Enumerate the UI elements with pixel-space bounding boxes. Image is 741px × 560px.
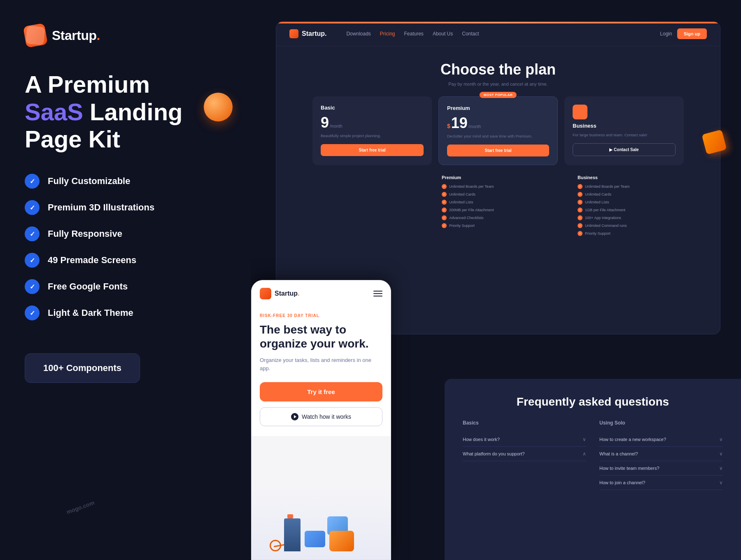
price-amount-premium: 19: [451, 114, 468, 132]
nav-link-features[interactable]: Features: [404, 31, 424, 37]
card-cta-basic[interactable]: Start free trial: [321, 144, 424, 156]
mobile-hero: RISK-FREE 30 DAY TRIAL The best way to o…: [252, 303, 391, 436]
card-cta-premium[interactable]: Start free trial: [447, 145, 549, 156]
features-col-business: Business Unlimited Boards per Team Unlim…: [578, 175, 707, 239]
feat-item: Unlimited Lists: [578, 200, 707, 205]
play-icon: [291, 413, 298, 420]
faq-item[interactable]: How to join a channel? ∨: [599, 476, 723, 490]
feat-item: 1GB per File Attachment: [578, 208, 707, 212]
mobile-trial-badge: RISK-FREE 30 DAY TRIAL: [260, 313, 382, 318]
card-tier-premium: Premium: [447, 105, 549, 111]
card-cta-business[interactable]: ▶ Contact Sale: [573, 143, 676, 156]
price-amount-basic: 9: [321, 114, 329, 131]
illustration-container: [259, 494, 383, 560]
price-period-premium: /month: [468, 124, 481, 129]
card-desc-premium: Declutter your mind and save time with P…: [447, 133, 549, 139]
faq-col-basics: Basics How does it work? ∨ What platform…: [463, 420, 586, 490]
box2-illustration: [329, 531, 354, 551]
feature-label: Fully Responsive: [48, 229, 122, 239]
feat-item: Unlimited Cards: [442, 192, 571, 197]
feature-item: Fully Responsive: [25, 226, 231, 241]
feature-label: 49 Premade Screens: [48, 255, 136, 266]
nav-signup-button[interactable]: Sign up: [677, 28, 707, 39]
faq-question: What is a channel?: [599, 451, 638, 456]
mobile-headline: The best way to organize your work.: [260, 323, 382, 350]
feature-item: 49 Premade Screens: [25, 253, 231, 268]
faq-section: Frequently asked questions Basics How do…: [445, 379, 741, 560]
faq-expand-icon: ∨: [719, 465, 723, 471]
mobile-screenshot: Startup. RISK-FREE 30 DAY TRIAL The best…: [251, 280, 391, 560]
faq-columns: Basics How does it work? ∨ What platform…: [463, 420, 723, 490]
check-icon: [25, 174, 40, 189]
feat-item: Priority Support: [442, 223, 571, 228]
mobile-logo: Startup.: [260, 288, 299, 299]
nav-link-downloads[interactable]: Downloads: [346, 31, 370, 37]
pricing-title: Choose the plan: [276, 61, 720, 78]
nav-link-pricing[interactable]: Pricing: [380, 31, 395, 37]
orange-cube-decoration: [700, 128, 729, 156]
mobile-logo-dot: .: [298, 290, 299, 297]
faq-question: How to invite team members?: [599, 466, 659, 471]
feature-item: Fully Customizable: [25, 174, 231, 189]
faq-col-title-basics: Basics: [463, 420, 586, 426]
brand-name: Startup.: [52, 28, 100, 43]
feat-item: Priority Support: [578, 231, 707, 236]
feature-item: Light & Dark Theme: [25, 306, 231, 320]
features-comparison: Premium Unlimited Boards per Team Unlimi…: [276, 165, 720, 239]
hamburger-menu[interactable]: [373, 291, 382, 296]
box1-illustration: [305, 531, 325, 547]
mobile-try-button[interactable]: Try it free: [260, 382, 382, 401]
mobile-illustration: [252, 485, 391, 560]
faq-item[interactable]: What platform do you support? ∧: [463, 447, 586, 461]
components-button[interactable]: 100+ Components: [25, 353, 140, 383]
faq-item[interactable]: What is a channel? ∨: [599, 447, 723, 461]
logo-icon-layer: [26, 26, 45, 45]
mobile-logo-text: Startup.: [275, 290, 299, 297]
left-panel: Startup. A Premium SaaS Landing Page Kit…: [0, 0, 255, 560]
mobile-logo-icon: [260, 288, 271, 299]
pricing-cards: Basic 9 /month Beautifully simple projec…: [276, 96, 720, 165]
feat-col-title-premium: Premium: [442, 175, 571, 180]
feature-label: Premium 3D Illustrations: [48, 202, 154, 213]
desktop-nav: Startup. Downloads Pricing Features Abou…: [276, 22, 720, 46]
headline-text: A Premium SaaS Landing Page Kit: [25, 71, 231, 153]
nav-link-contact[interactable]: Contact: [462, 31, 479, 37]
desktop-nav-links: Downloads Pricing Features About Us Cont…: [346, 31, 648, 37]
mobile-subtext: Organize your tasks, lists and reminders…: [260, 356, 382, 372]
feat-item: Advanced Checklists: [442, 215, 571, 220]
feature-label: Light & Dark Theme: [48, 308, 133, 318]
check-icon: [25, 253, 40, 268]
saas-highlight: SaaS: [25, 98, 83, 125]
pricing-card-premium: MOST POPULAR Premium $ 19 /month Declutt…: [438, 96, 558, 165]
faq-question: What platform do you support?: [463, 451, 524, 456]
feature-item: Premium 3D Illustrations: [25, 200, 231, 215]
nav-login-link[interactable]: Login: [660, 31, 672, 37]
faq-expand-icon: ∨: [583, 436, 586, 442]
right-panel: Startup. Downloads Pricing Features Abou…: [251, 0, 741, 560]
check-icon: [25, 306, 40, 320]
mobile-nav: Startup.: [252, 280, 391, 303]
feat-item: 200MB per File Attachment: [442, 208, 571, 212]
faq-item[interactable]: How does it work? ∨: [463, 432, 586, 447]
faq-question: How to create a new workspace?: [599, 437, 666, 442]
flag-illustration: [287, 514, 293, 518]
card-tier-business: Business: [573, 123, 676, 129]
features-col-premium: Premium Unlimited Boards per Team Unlimi…: [442, 175, 571, 239]
faq-expand-icon: ∧: [583, 451, 586, 457]
feat-item: Unlimited Command runs: [578, 223, 707, 228]
nav-link-about[interactable]: About Us: [433, 31, 453, 37]
headline: A Premium SaaS Landing Page Kit: [25, 71, 231, 153]
desktop-logo-icon: [289, 29, 298, 38]
desktop-nav-actions: Login Sign up: [660, 28, 707, 39]
faq-title: Frequently asked questions: [463, 395, 723, 408]
faq-item[interactable]: How to create a new workspace? ∨: [599, 432, 723, 447]
faq-item[interactable]: How to invite team members? ∨: [599, 461, 723, 476]
card-price-basic: 9 /month: [321, 114, 424, 131]
brand-dot: .: [97, 28, 100, 43]
cube-face: [701, 129, 727, 154]
mobile-watch-button[interactable]: Watch how it works: [260, 407, 382, 426]
feat-item: Unlimited Cards: [578, 192, 707, 197]
faq-expand-icon: ∨: [719, 436, 723, 442]
faq-expand-icon: ∨: [719, 480, 723, 485]
faq-expand-icon: ∨: [719, 451, 723, 457]
